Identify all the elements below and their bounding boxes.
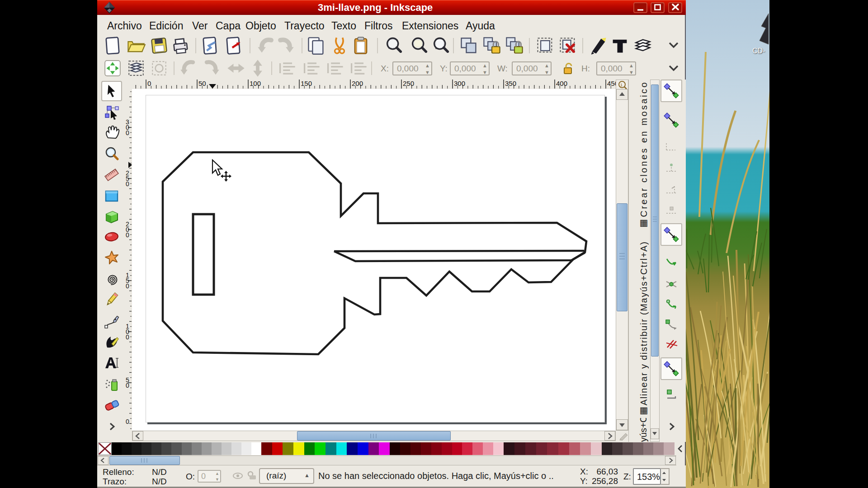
svg-text:1: 1 [620,83,623,87]
